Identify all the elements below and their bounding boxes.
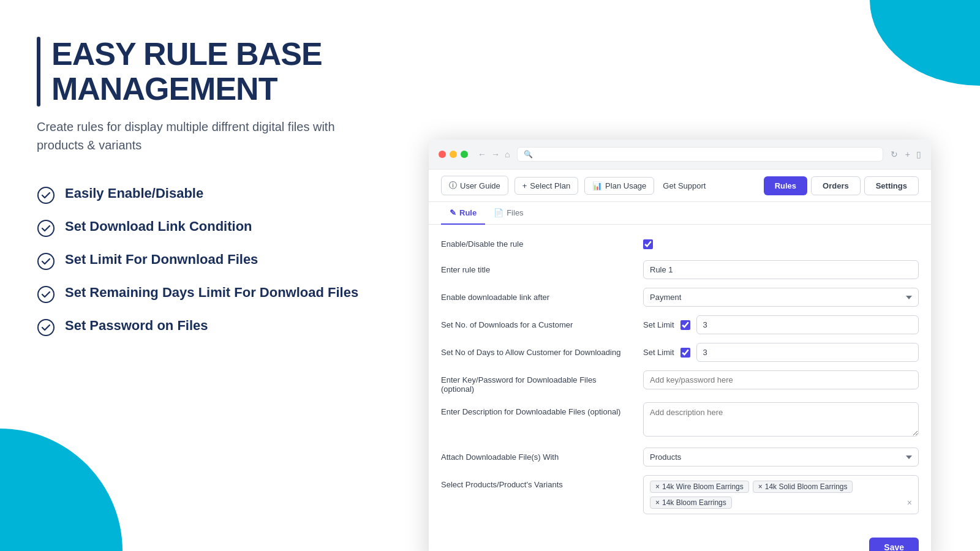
settings-button[interactable]: Settings bbox=[864, 176, 919, 195]
enable-disable-row: Enable/Disable the rule bbox=[441, 234, 919, 252]
bookmark-button[interactable]: ▯ bbox=[916, 149, 921, 159]
attach-row: Attach Downloadable File(s) With Product… bbox=[441, 448, 919, 467]
home-button[interactable]: ⌂ bbox=[505, 149, 510, 159]
days-control: Set Limit bbox=[643, 343, 919, 362]
password-control bbox=[643, 370, 919, 389]
enable-after-control: Payment Fulfillment Never bbox=[643, 288, 919, 307]
feature-text-2: Set Limit For Donwnload Files bbox=[65, 251, 258, 269]
add-tab-button[interactable]: + bbox=[905, 149, 910, 159]
back-button[interactable]: ← bbox=[478, 149, 486, 159]
check-circle-icon-0 bbox=[37, 186, 55, 204]
search-icon: 🔍 bbox=[524, 150, 533, 159]
tag-label-2: × bbox=[655, 498, 660, 507]
attach-control: Products Variants bbox=[643, 448, 919, 467]
svg-point-3 bbox=[38, 287, 54, 302]
downloads-label: Set No. of Downloads for a Customer bbox=[441, 315, 631, 329]
select-plan-button[interactable]: + Select Plan bbox=[514, 177, 578, 195]
tag-0: × 14k Wire Bloom Earrings bbox=[650, 481, 749, 493]
check-circle-icon-3 bbox=[37, 285, 55, 304]
days-label: Set No of Days to Allow Customer for Dow… bbox=[441, 343, 631, 357]
rules-button[interactable]: Rules bbox=[764, 176, 807, 195]
refresh-button[interactable]: ↻ bbox=[891, 149, 898, 159]
set-limit-label-days: Set Limit bbox=[643, 348, 674, 357]
left-panel: EASY RULE BASE MANAGEMENT Create rules f… bbox=[37, 37, 380, 337]
svg-point-4 bbox=[38, 320, 54, 335]
get-support-link[interactable]: Get Support bbox=[660, 178, 708, 194]
tag-1: × 14k Solid Bloom Earrings bbox=[753, 481, 853, 493]
rule-title-control bbox=[643, 260, 919, 279]
password-label: Enter Key/Password for Downloadable File… bbox=[441, 370, 631, 394]
downloads-row: Set No. of Downloads for a Customer Set … bbox=[441, 315, 919, 334]
attach-label: Attach Downloadable File(s) With bbox=[441, 448, 631, 462]
set-limit-row-downloads: Set Limit bbox=[643, 315, 919, 334]
feature-item-1: Set Download Link Condition bbox=[37, 218, 380, 238]
rule-title-label: Enter rule title bbox=[441, 260, 631, 274]
save-row: Save bbox=[429, 533, 931, 551]
feature-item-0: Easily Enable/Disable bbox=[37, 185, 380, 204]
set-limit-checkbox-downloads[interactable] bbox=[680, 320, 690, 330]
main-title: EASY RULE BASE MANAGEMENT bbox=[51, 37, 380, 107]
app-tabs: ✎ Rule 📄 Files bbox=[429, 202, 931, 225]
decorative-blob-bottom-left bbox=[0, 429, 123, 551]
attach-select[interactable]: Products Variants bbox=[643, 448, 919, 467]
set-limit-row-days: Set Limit bbox=[643, 343, 919, 362]
check-circle-icon-1 bbox=[37, 219, 55, 238]
save-button[interactable]: Save bbox=[869, 538, 919, 551]
app-navbar: ⓘ User Guide + Select Plan 📊 Plan Usage … bbox=[429, 170, 931, 202]
days-limit-input[interactable] bbox=[696, 343, 919, 362]
tab-files[interactable]: 📄 Files bbox=[485, 202, 532, 225]
check-circle-icon-2 bbox=[37, 252, 55, 271]
feature-text-0: Easily Enable/Disable bbox=[65, 185, 203, 203]
downloads-control: Set Limit bbox=[643, 315, 919, 334]
password-input[interactable] bbox=[643, 370, 919, 389]
tags-label: Select Products/Product's Variants bbox=[441, 475, 631, 489]
user-guide-button[interactable]: ⓘ User Guide bbox=[441, 176, 508, 195]
enable-label: Enable/Disable the rule bbox=[441, 234, 631, 249]
rule-title-row: Enter rule title bbox=[441, 260, 919, 279]
plus-icon: + bbox=[522, 181, 527, 190]
description-row: Enter Description for Downloadable Files… bbox=[441, 402, 919, 439]
traffic-light-green[interactable] bbox=[461, 151, 468, 158]
days-row: Set No of Days to Allow Customer for Dow… bbox=[441, 343, 919, 362]
chart-icon: 📊 bbox=[592, 181, 602, 190]
form-body: Enable/Disable the rule Enter rule title… bbox=[429, 225, 931, 533]
check-circle-icon-4 bbox=[37, 318, 55, 337]
forward-button[interactable]: → bbox=[491, 149, 500, 159]
traffic-light-red[interactable] bbox=[439, 151, 446, 158]
subtitle: Create rules for display multiple diffre… bbox=[37, 118, 380, 154]
tab-rule[interactable]: ✎ Rule bbox=[441, 202, 485, 225]
feature-text-3: Set Remaining Days Limit For Donwload Fi… bbox=[65, 284, 358, 302]
title-bar-accent bbox=[37, 37, 40, 107]
enable-after-label: Enable downloadable link after bbox=[441, 288, 631, 302]
svg-point-1 bbox=[38, 220, 54, 236]
browser-mockup: ← → ⌂ 🔍 ↻ + ▯ ⓘ User Guide + Select Plan… bbox=[429, 140, 931, 551]
tag-label-1: × bbox=[758, 482, 763, 491]
tags-row: Select Products/Product's Variants × 14k… bbox=[441, 475, 919, 514]
password-row: Enter Key/Password for Downloadable File… bbox=[441, 370, 919, 394]
description-control bbox=[643, 402, 919, 439]
enable-after-select[interactable]: Payment Fulfillment Never bbox=[643, 288, 919, 307]
feature-item-2: Set Limit For Donwnload Files bbox=[37, 251, 380, 271]
plan-usage-button[interactable]: 📊 Plan Usage bbox=[584, 177, 654, 195]
nav-action-buttons: Rules Orders Settings bbox=[764, 176, 919, 195]
enable-control bbox=[643, 234, 919, 252]
browser-chrome: ← → ⌂ 🔍 ↻ + ▯ bbox=[429, 140, 931, 170]
description-textarea[interactable] bbox=[643, 402, 919, 437]
orders-button[interactable]: Orders bbox=[811, 176, 861, 195]
set-limit-checkbox-days[interactable] bbox=[680, 348, 690, 358]
feature-item-3: Set Remaining Days Limit For Donwload Fi… bbox=[37, 284, 380, 304]
downloads-limit-input[interactable] bbox=[696, 315, 919, 334]
traffic-light-yellow[interactable] bbox=[450, 151, 457, 158]
enable-checkbox[interactable] bbox=[643, 239, 653, 249]
title-block: EASY RULE BASE MANAGEMENT bbox=[37, 37, 380, 107]
browser-nav: ← → ⌂ bbox=[478, 149, 510, 159]
address-bar[interactable]: 🔍 bbox=[517, 147, 883, 162]
svg-point-2 bbox=[38, 253, 54, 269]
feature-text-1: Set Download Link Condition bbox=[65, 218, 252, 236]
rule-title-input[interactable] bbox=[643, 260, 919, 279]
tags-clear-button[interactable]: × bbox=[907, 498, 912, 508]
enable-after-row: Enable downloadable link after Payment F… bbox=[441, 288, 919, 307]
description-label: Enter Description for Downloadable Files… bbox=[441, 402, 631, 416]
tags-container[interactable]: × 14k Wire Bloom Earrings × 14k Solid Bl… bbox=[643, 475, 919, 514]
decorative-blob-top-right bbox=[870, 0, 980, 86]
